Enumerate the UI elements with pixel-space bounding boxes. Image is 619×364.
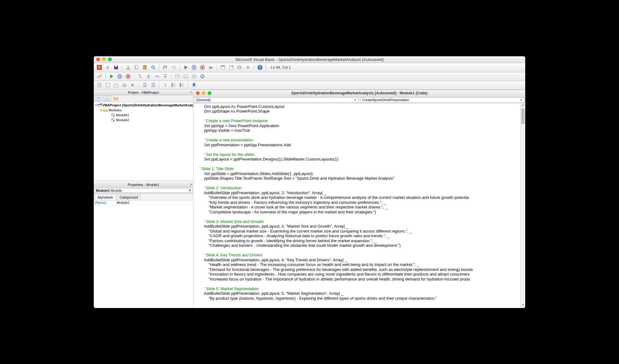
outdent-icon[interactable] — [149, 81, 157, 89]
cut-icon[interactable] — [124, 64, 132, 71]
svg-text:?: ? — [259, 65, 261, 70]
help-icon[interactable]: ? — [256, 64, 264, 71]
object-browser-icon[interactable] — [236, 64, 243, 71]
properties-pane-close[interactable]: × — [190, 183, 192, 186]
property-row-name[interactable]: (Name) Module1 — [94, 200, 193, 205]
procedure-dropdown[interactable]: CreateSportsDrinkPresentation ▼ — [360, 97, 525, 103]
quick-watch-icon[interactable] — [199, 73, 206, 80]
svg-rect-31 — [119, 75, 119, 78]
svg-point-43 — [193, 76, 195, 77]
toggle-folders-button[interactable] — [112, 96, 119, 101]
separator — [159, 64, 159, 71]
immediate-window-icon[interactable]: > — [182, 73, 189, 80]
project-tree[interactable]: ⊟ VBAProject (SportsDrinkHydrationBevera… — [94, 102, 193, 182]
procedure-dropdown-value: CreateSportsDrinkPresentation — [362, 98, 409, 102]
view-object-button[interactable] — [104, 96, 111, 101]
copy-icon[interactable] — [133, 64, 140, 71]
tree-modules-folder[interactable]: ⊟ Modules — [94, 108, 193, 113]
code-zoom-button[interactable] — [208, 91, 211, 95]
cursor-position: Ln 84, Col 1 — [271, 65, 291, 70]
design-mode-icon[interactable] — [207, 64, 214, 71]
tab-alphabetic[interactable]: Alphabetic — [95, 195, 116, 200]
svg-rect-14 — [193, 66, 194, 69]
chevron-down-icon: ▼ — [354, 99, 357, 101]
project-pane-close[interactable]: × — [190, 91, 192, 94]
zoom-window-button[interactable] — [108, 58, 112, 61]
step-out-icon[interactable] — [162, 73, 169, 80]
uncomment-block-icon[interactable] — [178, 81, 186, 89]
locals-window-icon[interactable] — [174, 73, 181, 80]
object-dropdown[interactable]: (General) ▼ — [194, 97, 359, 103]
properties-pane-header: Properties - Module1 × — [94, 182, 193, 187]
svg-rect-10 — [144, 65, 146, 66]
object-dropdown-value: (General) — [196, 98, 210, 102]
run-sub-icon[interactable] — [108, 73, 115, 80]
breakpoint-hand-icon[interactable] — [162, 81, 169, 89]
separator — [254, 64, 254, 71]
parameter-info-icon[interactable]: () — [121, 81, 128, 89]
code-close-button[interactable] — [196, 91, 200, 95]
vertical-scrollbar[interactable]: ▲ ▼ — [520, 104, 525, 308]
separator — [105, 73, 106, 79]
watch-window-icon[interactable] — [190, 73, 198, 80]
tree-root[interactable]: ⊟ VBAProject (SportsDrinkHydrationBevera… — [94, 103, 193, 108]
scroll-thumb[interactable] — [521, 109, 525, 124]
separator — [171, 73, 171, 79]
paste-icon[interactable] — [141, 64, 149, 71]
list-constants-icon[interactable] — [104, 81, 111, 89]
svg-point-23 — [232, 66, 233, 67]
code-body: Dim pptLayout As PowerPoint.CustomLayout… — [193, 104, 525, 308]
svg-point-13 — [192, 65, 196, 70]
minimize-window-button[interactable] — [102, 58, 106, 61]
code-window-title: SportsDrinkHydrationBeverageMarketAnalys… — [193, 91, 525, 95]
toggle-bookmark-icon[interactable] — [190, 81, 198, 89]
content-area: Project - VBAProject × ⊟ VBAProject (Spo… — [94, 90, 525, 308]
properties-window-icon[interactable] — [227, 64, 235, 71]
list-properties-icon[interactable] — [96, 81, 103, 89]
svg-point-11 — [152, 66, 154, 68]
tree-module1[interactable]: Module1 — [94, 113, 193, 118]
indent-icon[interactable] — [141, 81, 149, 89]
scroll-down-arrow-icon[interactable]: ▼ — [521, 304, 525, 308]
find-icon[interactable] — [149, 64, 157, 71]
compile-icon[interactable] — [96, 73, 103, 80]
close-window-button[interactable] — [96, 58, 100, 61]
quick-info-icon[interactable] — [112, 81, 120, 89]
stop-icon[interactable] — [199, 64, 206, 71]
svg-point-26 — [247, 67, 249, 68]
code-window: SportsDrinkHydrationBeverageMarketAnalys… — [193, 90, 525, 308]
tab-categorized[interactable]: Categorized — [117, 195, 141, 200]
code-editor[interactable]: Dim pptLayout As PowerPoint.CustomLayout… — [193, 104, 520, 308]
project-pane-header: Project - VBAProject × — [94, 90, 193, 95]
pause-icon[interactable] — [190, 64, 198, 71]
svg-rect-32 — [120, 75, 121, 78]
redo-icon[interactable] — [170, 64, 177, 71]
run-icon[interactable] — [182, 64, 189, 71]
powerpoint-icon[interactable]: P — [96, 64, 103, 71]
svg-point-2 — [107, 67, 108, 68]
tools-icon[interactable] — [104, 64, 111, 71]
project-explorer-icon[interactable] — [219, 64, 227, 71]
save-icon[interactable] — [112, 64, 120, 71]
svg-text:(): () — [123, 84, 125, 87]
reset-icon[interactable] — [124, 73, 132, 80]
code-minimize-button[interactable] — [202, 91, 206, 95]
step-into-icon[interactable] — [145, 73, 152, 80]
tree-module2[interactable]: Module2 — [94, 118, 193, 122]
break-icon[interactable] — [116, 73, 123, 80]
svg-line-12 — [154, 68, 155, 69]
properties-grid[interactable]: (Name) Module1 — [94, 200, 193, 308]
svg-point-29 — [101, 74, 102, 75]
separator — [122, 64, 122, 71]
undo-icon[interactable] — [162, 64, 169, 71]
separator — [180, 64, 180, 71]
comment-block-icon[interactable] — [170, 81, 177, 89]
properties-object-select[interactable]: Module1 Module ▾ — [94, 187, 193, 194]
scroll-up-arrow-icon[interactable]: ▲ — [521, 104, 525, 108]
view-code-button[interactable] — [95, 96, 102, 101]
toolbox-icon[interactable] — [244, 64, 252, 71]
svg-rect-61 — [106, 97, 109, 99]
step-over-icon[interactable] — [153, 73, 161, 80]
toggle-breakpoint-icon[interactable] — [136, 73, 144, 80]
complete-word-icon[interactable]: A+ — [129, 81, 136, 89]
